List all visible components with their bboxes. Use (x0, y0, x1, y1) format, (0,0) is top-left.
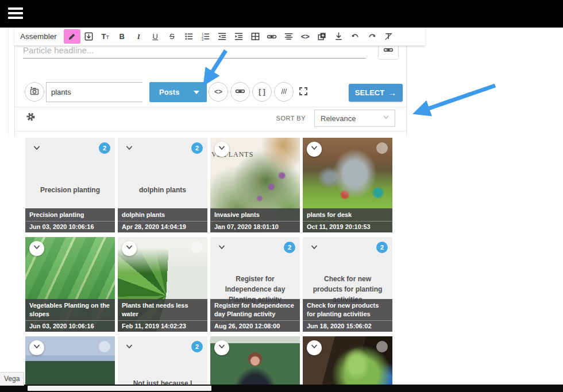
result-card[interactable]: Precision planting2Precision plantingJun… (25, 138, 115, 232)
result-card[interactable]: dolphin plants2dolphin plantsApr 28, 202… (118, 138, 207, 232)
panel-right-border (406, 45, 407, 136)
result-card[interactable]: Not just because I love planting ....2 (118, 336, 207, 392)
link-button[interactable] (230, 82, 250, 102)
card-footer: Invasive plantsJan 07, 2020 18:01:10 (210, 208, 300, 232)
search-type-value: Posts (149, 88, 194, 96)
horizontal-scrollbar[interactable] (0, 385, 563, 392)
card-footer: Check for new products for planting acti… (303, 299, 392, 332)
chevron-down-icon (217, 243, 226, 254)
card-footer: dolphin plantsApr 28, 2020 14:04:19 (118, 208, 207, 232)
align-center-icon (284, 32, 294, 41)
card-title: dolphin plants (118, 208, 207, 222)
align-center-button[interactable] (280, 29, 297, 44)
card-expand-chevron[interactable] (29, 241, 44, 256)
card-expand-chevron[interactable] (214, 142, 229, 157)
search-type-dropdown[interactable]: Posts (149, 82, 207, 102)
card-footer: Precision plantingJun 03, 2020 10:06:16 (25, 208, 115, 232)
result-card[interactable]: Vegetables Planting on the slopesJun 03,… (25, 237, 115, 332)
code-button[interactable]: <> (297, 29, 314, 44)
bold-button[interactable]: B (114, 29, 130, 44)
download-button[interactable] (330, 29, 347, 44)
search-input[interactable] (46, 82, 142, 102)
card-expand-chevron[interactable] (29, 142, 44, 157)
count-badge-faint (376, 142, 388, 154)
insert-frame-button[interactable] (80, 29, 97, 44)
card-date: Jun 03, 2020 10:06:16 (25, 321, 115, 332)
headline-input[interactable]: Particle headline... (23, 45, 94, 55)
chevron-down-icon (125, 243, 134, 254)
sort-select[interactable]: Relevance (314, 110, 395, 127)
sort-select-value: Relevance (315, 114, 382, 123)
count-badge: 2 (99, 142, 110, 154)
table-button[interactable] (247, 29, 264, 44)
result-card[interactable]: plants for deskOct 11, 2019 20:10:53 (303, 138, 392, 232)
chevron-down-icon (382, 113, 395, 123)
result-card[interactable]: VE PLANTSInvasive plantsJan 07, 2020 18:… (210, 138, 300, 232)
redo-button[interactable] (364, 29, 380, 44)
clear-formatting-button[interactable] (380, 29, 397, 44)
sort-row: SORT BY Relevance (15, 109, 406, 129)
scrollbar-thumb[interactable] (28, 386, 211, 391)
card-expand-chevron[interactable] (122, 340, 137, 355)
code-button[interactable]: <> (209, 82, 228, 102)
card-title: Precision planting (25, 208, 115, 222)
card-expand-chevron[interactable] (122, 241, 137, 256)
card-expand-chevron[interactable] (214, 241, 229, 256)
strikethrough-icon: S (169, 32, 175, 41)
outdent-button[interactable] (214, 29, 230, 44)
count-badge: 2 (191, 142, 203, 154)
top-app-bar (0, 0, 563, 28)
panel-left-gutter-line (8, 28, 9, 137)
card-date: Jun 03, 2020 10:06:16 (25, 222, 115, 232)
bulleted-list-button[interactable] (180, 29, 197, 44)
link-icon (235, 87, 245, 97)
chevron-down-icon (125, 143, 134, 155)
count-badge-faint (191, 242, 203, 253)
camera-search-button[interactable] (25, 82, 44, 102)
result-card[interactable]: Check for new products for planting acti… (303, 237, 392, 332)
brackets-button[interactable]: [ ] (252, 82, 272, 102)
card-footer: plants for deskOct 11, 2019 20:10:53 (303, 208, 392, 232)
card-date: Apr 28, 2020 14:04:19 (118, 222, 207, 232)
embed-icon (317, 32, 327, 41)
underline-button[interactable]: U (147, 29, 164, 44)
indent-button[interactable] (230, 29, 247, 44)
card-footer: Plants that needs less waterFeb 11, 2019… (118, 299, 207, 332)
card-title: Check for new products for planting acti… (303, 299, 392, 321)
pencil-button[interactable] (64, 29, 80, 44)
result-card[interactable] (25, 336, 115, 392)
outdent-icon (217, 32, 227, 41)
text-size-icon: TT (102, 32, 109, 41)
text-size-button[interactable]: TT (97, 29, 114, 44)
card-expand-chevron[interactable] (307, 142, 322, 157)
numbered-list-button[interactable]: 123 (197, 29, 214, 44)
arrow-right-icon: → (388, 88, 396, 98)
card-date: Oct 11, 2019 20:10:53 (303, 222, 392, 232)
result-card[interactable] (210, 336, 300, 392)
result-card[interactable]: Plants that needs less waterFeb 11, 2019… (118, 237, 207, 332)
wave-button[interactable] (274, 82, 294, 102)
sort-by-label: SORT BY (276, 115, 306, 122)
result-card[interactable]: Register for Independence day Planting a… (210, 237, 300, 332)
strikethrough-button[interactable]: S (164, 29, 180, 44)
fullscreen-button[interactable] (298, 87, 309, 98)
divider (15, 131, 406, 131)
settings-gear-button[interactable] (25, 111, 36, 125)
card-expand-chevron[interactable] (307, 340, 322, 355)
card-expand-chevron[interactable] (29, 340, 44, 355)
headline-underline (23, 58, 366, 59)
embed-button[interactable] (314, 29, 330, 44)
wave-icon (280, 87, 288, 97)
card-expand-chevron[interactable] (214, 340, 229, 355)
annotation-arrow-sort (417, 86, 495, 112)
download-icon (334, 32, 344, 41)
select-button[interactable]: SELECT → (349, 84, 403, 102)
undo-button[interactable] (347, 29, 364, 44)
italic-button[interactable]: I (130, 29, 147, 44)
card-expand-chevron[interactable] (122, 142, 137, 157)
card-title: Register for Independence day Planting a… (210, 299, 300, 321)
link-button[interactable] (264, 29, 280, 44)
card-expand-chevron[interactable] (307, 241, 322, 256)
hamburger-menu-icon[interactable] (8, 7, 23, 20)
result-card[interactable] (303, 336, 392, 392)
